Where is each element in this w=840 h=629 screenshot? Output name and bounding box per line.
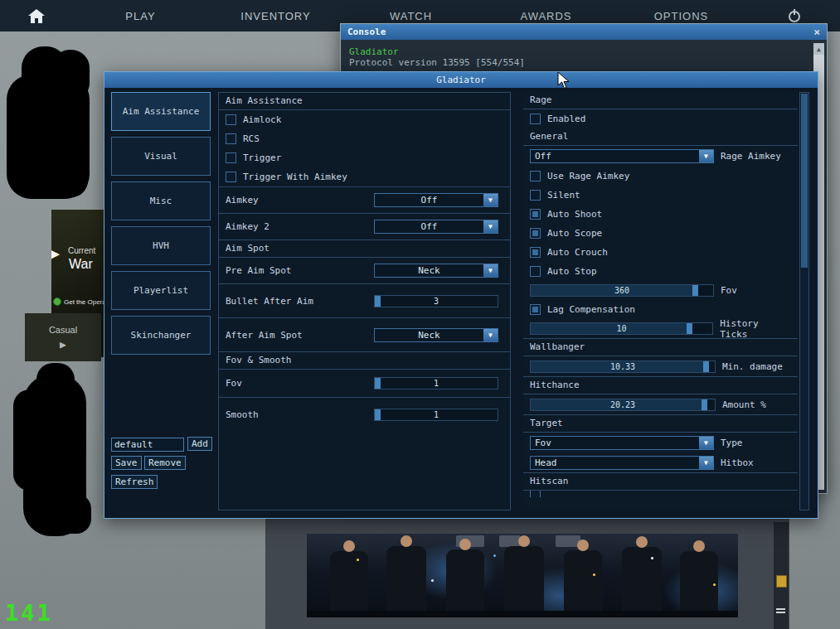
pre-aim-spot-row: Pre Aim Spot Neck ▼: [219, 258, 510, 283]
menu-item-play[interactable]: PLAY: [73, 0, 208, 31]
history-ticks-value: 10: [531, 323, 712, 334]
auto-shoot-checkbox[interactable]: [530, 209, 541, 220]
fov-slider[interactable]: 1: [374, 377, 498, 389]
close-icon[interactable]: ×: [813, 26, 820, 38]
target-type-row: Fov ▼ Type: [523, 433, 798, 452]
smooth-label: Smooth: [226, 409, 259, 420]
hitscan-checkbox[interactable]: [530, 491, 541, 497]
auto-crouch-label: Auto Crouch: [547, 247, 608, 258]
rage-aimkey-value: Off: [531, 150, 699, 162]
list-icon: [776, 608, 785, 610]
bullet-after-aim-label: Bullet After Aim: [226, 296, 313, 307]
auto-stop-checkbox[interactable]: [530, 266, 541, 277]
tab-playerlist[interactable]: Playerlist: [111, 271, 211, 310]
tab-visual[interactable]: Visual: [111, 137, 211, 176]
aimkey2-value: Off: [375, 220, 483, 233]
tab-skinchanger[interactable]: Skinchanger: [111, 316, 211, 355]
pre-aim-spot-dropdown[interactable]: Neck ▼: [374, 264, 498, 278]
auto-crouch-checkbox[interactable]: [530, 247, 541, 258]
photo-dot: [431, 579, 434, 582]
after-aim-spot-dropdown[interactable]: Neck ▼: [374, 328, 498, 342]
bullet-after-aim-slider[interactable]: 3: [374, 295, 498, 307]
photo-dot: [493, 554, 496, 557]
power-icon: [788, 9, 801, 22]
lag-compensation-checkbox[interactable]: [530, 304, 541, 315]
aimlock-checkbox[interactable]: [226, 114, 236, 125]
rage-aimkey-dropdown[interactable]: Off ▼: [530, 149, 714, 163]
smooth-slider[interactable]: 1: [374, 409, 498, 421]
auto-scope-checkbox[interactable]: [530, 228, 541, 239]
play-icon: ▶: [51, 238, 60, 267]
aimkey2-dropdown[interactable]: Off ▼: [374, 220, 498, 234]
censor-blob: [12, 156, 88, 197]
rcs-checkbox[interactable]: [226, 133, 236, 144]
silent-checkbox[interactable]: [530, 190, 541, 201]
rage-enabled-checkbox[interactable]: [530, 114, 541, 124]
use-rage-aimkey-checkbox[interactable]: [530, 171, 541, 181]
hitchance-amount-value: 20.23: [531, 399, 715, 410]
chevron-down-icon[interactable]: ▼: [483, 329, 498, 341]
trigger-checkbox[interactable]: [226, 152, 236, 163]
operation-badge-icon: [53, 298, 61, 306]
history-ticks-slider[interactable]: 10: [530, 322, 713, 335]
tab-hvh[interactable]: HVH: [111, 226, 211, 265]
chevron-down-icon[interactable]: ▼: [483, 264, 498, 277]
after-aim-spot-label: After Aim Spot: [226, 330, 303, 341]
tab-misc[interactable]: Misc: [111, 181, 211, 220]
auto-shoot-label: Auto Shoot: [547, 209, 602, 220]
chevron-down-icon[interactable]: ▼: [699, 457, 713, 469]
scroll-up-icon[interactable]: ▲: [813, 43, 824, 55]
console-line: Gladiator: [349, 46, 818, 57]
hitchance-amount-slider[interactable]: 20.23: [530, 399, 716, 411]
target-hitbox-dropdown[interactable]: Head ▼: [530, 456, 714, 470]
gladiator-titlebar[interactable]: Gladiator: [104, 72, 818, 88]
rage-enabled-label: Enabled: [547, 114, 585, 124]
aimkey-dropdown[interactable]: Off ▼: [374, 193, 498, 207]
refresh-button[interactable]: Refresh: [111, 475, 158, 489]
rage-aimkey-row: Off ▼ Rage Aimkey: [523, 146, 798, 167]
silent-row: Silent: [523, 186, 798, 205]
fps-counter: 141: [5, 600, 53, 626]
target-type-dropdown[interactable]: Fov ▼: [530, 436, 714, 450]
chevron-down-icon[interactable]: ▼: [699, 150, 713, 162]
rage-panel-scrollbar[interactable]: [799, 92, 809, 510]
section-header-aim-assistance: Aim Assistance: [219, 93, 510, 110]
section-header-aim-spot: Aim Spot: [219, 240, 510, 258]
hitscan-partial-row: [523, 491, 798, 497]
chevron-down-icon[interactable]: ▼: [483, 194, 498, 206]
remove-button[interactable]: Remove: [144, 456, 186, 470]
tab-aim-assistance[interactable]: Aim Assistance: [111, 92, 211, 131]
history-ticks-row: 10 History Ticks: [523, 319, 798, 338]
trigger-with-aimkey-checkbox[interactable]: [226, 172, 236, 182]
photo-figure: [622, 547, 662, 612]
operation-promo-text: Get the Operation P: [64, 298, 108, 306]
chevron-down-icon[interactable]: ▼: [699, 437, 713, 449]
casual-mode-panel[interactable]: Casual ▶: [25, 313, 101, 361]
hitchance-amount-label: Amount %: [722, 399, 766, 410]
section-header-hitscan: Hitscan: [523, 472, 798, 491]
aimkey2-label: Aimkey 2: [226, 221, 269, 232]
console-titlebar[interactable]: Console ×: [341, 24, 827, 40]
section-header-target: Target: [523, 414, 798, 433]
rcs-label: RCS: [243, 133, 260, 144]
trigger-with-aimkey-label: Trigger With Aimkey: [243, 172, 347, 182]
side-toolbar: [774, 522, 789, 629]
add-button[interactable]: Add: [187, 437, 212, 451]
min-damage-slider[interactable]: 10.33: [530, 360, 716, 373]
save-button[interactable]: Save: [111, 456, 142, 470]
trigger-row: Trigger: [219, 148, 510, 167]
target-hitbox-value: Head: [531, 457, 699, 469]
target-type-label: Type: [721, 438, 743, 448]
censor-blob: [13, 389, 48, 491]
rage-fov-value: 360: [531, 285, 713, 296]
home-menu-button[interactable]: [0, 0, 73, 31]
scrollbar-thumb[interactable]: [801, 94, 808, 268]
fov-value: 1: [375, 378, 498, 389]
fov-row: Fov 1: [219, 370, 510, 397]
menu-item-inventory[interactable]: INVENTORY: [208, 0, 343, 31]
min-damage-label: Min. damage: [722, 361, 783, 372]
rage-fov-slider[interactable]: 360: [530, 284, 714, 297]
profile-name-input[interactable]: [111, 438, 184, 452]
target-hitbox-row: Head ▼ Hitbox: [523, 452, 798, 472]
chevron-down-icon[interactable]: ▼: [483, 220, 498, 233]
